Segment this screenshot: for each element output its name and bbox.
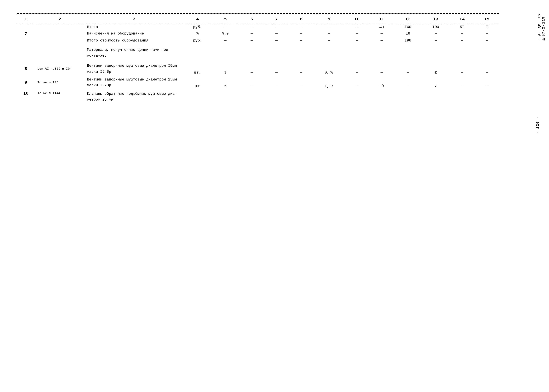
table-row: Материалы, не-учтенные ценни-ками при мо… [17,44,499,62]
cell-6-4: шт [184,76,211,89]
cell-5-3: Вентили запор-ные муфтовые диаметром I5м… [85,62,184,76]
cell-2-2 [35,31,85,37]
cell-1-1 [17,24,35,31]
cell-1-14: 5I [450,24,474,31]
cell-1-12: I60 [394,24,422,31]
cell-3-15: — [474,37,499,44]
cell-6-9: I,I7 [314,76,345,89]
cell-4-1 [17,44,35,62]
cell-2-11: — [369,31,394,37]
cell-3-4: руб. [184,37,211,44]
cell-6-11: —Ѳ [369,76,394,89]
cell-5-12: — [394,62,422,76]
header-col-10: IO [345,15,369,23]
cell-5-14: — [450,62,474,76]
cell-6-3: Вентили запор-ные муфтовые диаметром 25м… [85,76,184,89]
table-row: 9 То же п.I06 Вентили запор-ные муфтовые… [17,76,499,89]
cell-2-9: — [314,31,345,37]
cell-5-6: — [239,62,264,76]
cell-3-1 [17,37,35,44]
cell-6-2: То же п.I06 [35,76,85,89]
table-row: I0 То же п.II44 Клапаны обрат-ные подъём… [17,89,499,104]
cell-6-5: 6 [211,76,239,89]
cell-3-14: — [450,37,474,44]
cell-6-13: 7 [422,76,450,89]
cell-4-2 [35,44,85,62]
cell-1-3: Итого [85,24,184,31]
header-col-8: 8 [289,15,314,23]
cell-1-4: руб. [184,24,211,31]
header-col-12: I2 [394,15,422,23]
cell-2-3: Начисления на оборудование [85,31,184,37]
cell-1-6: — [239,24,264,31]
table-row: 7 Начисления на оборудование % 9,9 — — —… [17,31,499,37]
cell-4-rest [184,44,499,62]
cell-5-9: 0,70 [314,62,345,76]
table-row: Итого стоимость оборудования руб. — — — … [17,37,499,44]
header-col-15: I5 [474,15,499,23]
header-col-4: 4 [184,15,211,23]
cell-1-10: — [345,24,369,31]
cell-5-4: шт. [184,62,211,76]
cell-3-2 [35,37,85,44]
cell-3-12: I98 [394,37,422,44]
page-container: Т.Д. ДФ. IУ №07-2-119 - 120 - [0,0,549,392]
cell-1-11: —Ѳ [369,24,394,31]
table-wrapper: I 2 3 4 5 6 7 8 9 IO II I2 I3 I4 I5 [17,15,499,104]
cell-1-7: — [264,24,289,31]
header-col-13: I3 [422,15,450,23]
cell-6-10: — [345,76,369,89]
cell-6-14: — [450,76,474,89]
cell-6-6: — [239,76,264,89]
cell-1-2 [35,24,85,31]
cell-2-7: — [264,31,289,37]
cell-2-5: 9,9 [211,31,239,37]
cell-3-10: — [345,37,369,44]
cell-5-11: — [369,62,394,76]
cell-1-8: — [289,24,314,31]
cell-5-8: — [289,62,314,76]
cell-3-13: — [422,37,450,44]
cell-3-3: Итого стоимость оборудования [85,37,184,44]
cell-3-5: — [211,37,239,44]
side-label-bottom: - 120 - [536,116,540,134]
cell-6-8: — [289,76,314,89]
header-col-3: 3 [85,15,184,23]
header-col-2: 2 [35,15,85,23]
header-col-1: I [17,15,35,23]
cell-5-15: — [474,62,499,76]
cell-2-12: I8 [394,31,422,37]
header-col-7: 7 [264,15,289,23]
cell-2-13: — [422,31,450,37]
cell-1-13: I00 [422,24,450,31]
cell-2-8: — [289,31,314,37]
cell-4-3: Материалы, не-учтенные ценни-ками при мо… [85,44,184,62]
cell-6-7: — [264,76,289,89]
cell-7-rest [184,89,499,104]
table-header-row: I 2 3 4 5 6 7 8 9 IO II I2 I3 I4 I5 [17,15,499,23]
cell-7-1: I0 [17,89,35,104]
cell-3-6: — [239,37,264,44]
header-col-9: 9 [314,15,345,23]
cell-6-1: 9 [17,76,35,89]
cell-1-9: — [314,24,345,31]
cell-5-1: 8 [17,62,35,76]
cell-7-3: Клапаны обрат-ные подъёмные муфтовые диа… [85,89,184,104]
cell-3-11: — [369,37,394,44]
top-dashed-line [17,13,499,14]
cell-3-7: — [264,37,289,44]
cell-2-6: — [239,31,264,37]
cell-6-15: — [474,76,499,89]
main-table: I 2 3 4 5 6 7 8 9 IO II I2 I3 I4 I5 [17,15,499,104]
cell-3-8: — [289,37,314,44]
cell-7-2: То же п.II44 [35,89,85,104]
cell-5-10: — [345,62,369,76]
cell-3-9: — [314,37,345,44]
table-row: 8 Цен.№I ч.III п.I04 Вентили запор-ные м… [17,62,499,76]
header-col-11: II [369,15,394,23]
header-col-6: 6 [239,15,264,23]
cell-2-10: — [345,31,369,37]
cell-6-12: — [394,76,422,89]
cell-1-5: — [211,24,239,31]
header-col-14: I4 [450,15,474,23]
